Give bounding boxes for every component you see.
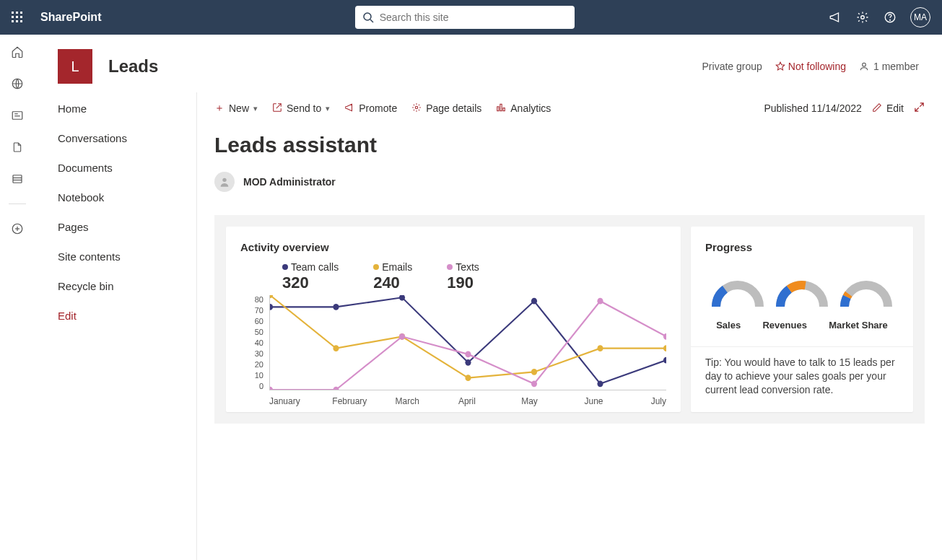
svg-rect-5	[20, 16, 22, 18]
nav-home[interactable]: Home	[58, 102, 196, 115]
site-privacy: Private group	[702, 61, 762, 72]
progress-title: Progress	[705, 241, 899, 253]
svg-point-44	[270, 387, 273, 390]
svg-rect-6	[12, 20, 14, 22]
svg-rect-3	[12, 16, 14, 18]
list-icon[interactable]	[10, 172, 25, 186]
app-launcher-icon[interactable]	[6, 6, 29, 29]
left-nav: Home Conversations Documents Notebook Pa…	[35, 92, 197, 560]
page-author[interactable]: MOD Administrator	[214, 172, 925, 192]
svg-point-31	[333, 304, 339, 310]
help-icon[interactable]	[883, 10, 897, 25]
nav-sitecontents[interactable]: Site contents	[58, 250, 196, 263]
search-input[interactable]	[380, 12, 567, 23]
svg-rect-28	[503, 108, 505, 110]
svg-point-35	[597, 380, 603, 387]
published-label: Published 11/14/2022	[764, 102, 861, 114]
nav-documents[interactable]: Documents	[58, 162, 196, 174]
svg-point-24	[863, 63, 866, 66]
svg-line-10	[370, 19, 373, 22]
progress-labels: SalesRevenuesMarket Share	[705, 320, 899, 331]
search-box[interactable]	[355, 6, 575, 29]
news-icon[interactable]	[10, 108, 25, 123]
svg-rect-15	[12, 112, 22, 120]
chart-legend: Team calls320Emails240Texts190	[282, 261, 666, 292]
svg-point-33	[465, 359, 471, 366]
nav-edit-link[interactable]: Edit	[58, 310, 196, 322]
analytics-button[interactable]: Analytics	[496, 102, 551, 115]
author-name: MOD Administrator	[243, 176, 336, 188]
new-button[interactable]: ＋New▾	[214, 102, 258, 115]
sendto-button[interactable]: Send to▾	[272, 102, 330, 115]
activity-card: Activity overview Team calls320Emails240…	[226, 227, 681, 412]
svg-point-40	[465, 375, 471, 381]
svg-point-11	[861, 16, 865, 19]
nav-recyclebin[interactable]: Recycle bin	[58, 280, 196, 292]
nav-notebook[interactable]: Notebook	[58, 191, 196, 204]
follow-button[interactable]: Not following	[775, 61, 846, 72]
progress-tip: Tip: You would have to talk to 15 leads …	[705, 356, 899, 397]
svg-rect-1	[16, 12, 18, 14]
activity-title: Activity overview	[240, 241, 666, 253]
progress-donuts	[705, 278, 899, 310]
svg-rect-27	[500, 104, 502, 110]
svg-rect-7	[16, 20, 18, 22]
svg-rect-4	[16, 16, 18, 18]
follow-label: Not following	[788, 61, 846, 72]
svg-point-38	[333, 345, 339, 351]
svg-rect-2	[20, 12, 22, 14]
nav-conversations[interactable]: Conversations	[58, 132, 196, 144]
svg-point-49	[597, 298, 603, 305]
megaphone-icon[interactable]	[828, 10, 842, 25]
svg-point-46	[399, 333, 405, 340]
site-logo[interactable]: L	[58, 49, 92, 84]
svg-point-42	[597, 345, 603, 351]
brand-label[interactable]: SharePoint	[40, 11, 101, 24]
site-title[interactable]: Leads	[108, 56, 158, 76]
svg-point-43	[663, 345, 666, 351]
svg-point-13	[890, 19, 891, 20]
globe-icon[interactable]	[10, 76, 25, 91]
svg-point-34	[531, 298, 537, 305]
app-rail	[0, 35, 35, 560]
svg-rect-8	[20, 20, 22, 22]
svg-point-45	[333, 387, 339, 390]
page-title: Leads assistant	[214, 133, 925, 157]
promote-button[interactable]: Promote	[344, 102, 397, 115]
svg-point-29	[222, 178, 226, 182]
svg-point-30	[270, 304, 273, 310]
svg-rect-18	[13, 175, 22, 183]
file-icon[interactable]	[10, 140, 25, 154]
svg-point-9	[364, 13, 371, 20]
author-avatar-icon	[214, 172, 235, 192]
svg-point-41	[531, 369, 537, 375]
edit-button[interactable]: Edit	[872, 102, 904, 115]
gear-icon[interactable]	[855, 10, 870, 25]
svg-rect-26	[497, 106, 499, 110]
suite-bar: SharePoint MA	[0, 0, 942, 35]
svg-point-48	[531, 380, 537, 387]
nav-pages[interactable]: Pages	[58, 221, 196, 233]
members-label: 1 member	[873, 61, 919, 72]
svg-point-36	[663, 357, 666, 364]
activity-chart: 80706050403020100 JanuaryFebruaryMarchAp…	[240, 295, 666, 403]
site-header: L Leads Private group Not following 1 me…	[35, 35, 942, 92]
create-icon[interactable]	[10, 222, 25, 236]
expand-icon[interactable]	[914, 102, 925, 115]
svg-point-47	[465, 351, 471, 358]
pagedetails-button[interactable]: Page details	[411, 102, 481, 115]
svg-rect-0	[12, 12, 14, 14]
svg-point-25	[415, 106, 418, 109]
progress-card: Progress SalesRevenuesMarket Share Tip: …	[691, 227, 913, 412]
home-icon[interactable]	[10, 45, 25, 59]
command-bar: ＋New▾ Send to▾ Promote Page details Anal…	[197, 92, 942, 124]
members-button[interactable]: 1 member	[859, 61, 919, 72]
user-avatar[interactable]: MA	[910, 7, 930, 27]
